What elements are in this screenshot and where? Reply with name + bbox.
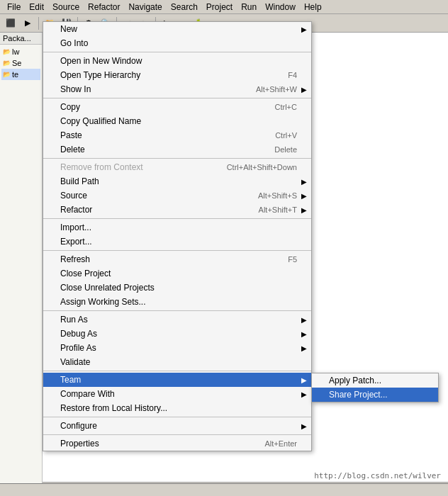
menu-item-shortcut: Delete bbox=[260, 145, 297, 154]
menu-item-label: Run As bbox=[60, 315, 88, 325]
menu-item-profile-as[interactable]: Profile As▶ bbox=[43, 341, 311, 355]
menu-item-run-as[interactable]: Run As▶ bbox=[43, 312, 311, 327]
toolbar-btn-1[interactable]: ⬛ bbox=[3, 16, 18, 31]
menu-item-paste[interactable]: PasteCtrl+V bbox=[43, 128, 311, 142]
menu-item-show-in[interactable]: Show InAlt+Shift+W▶ bbox=[43, 82, 311, 96]
submenu-item-share-project[interactable]: Share Project... bbox=[312, 388, 438, 402]
menu-item-assign-working-sets[interactable]: Assign Working Sets... bbox=[43, 295, 311, 309]
submenu-arrow-icon: ▶ bbox=[301, 390, 307, 398]
team-submenu: Apply Patch...Share Project... bbox=[311, 373, 439, 402]
menu-project[interactable]: Project bbox=[202, 1, 237, 13]
menu-item-close-unrelated-projects[interactable]: Close Unrelated Projects bbox=[43, 281, 311, 295]
menu-item-label: Configure bbox=[60, 421, 97, 431]
menu-item-label: Open Type Hierarchy bbox=[60, 70, 140, 80]
menu-item-label: Build Path bbox=[60, 176, 99, 186]
menu-item-restore-from-local-history[interactable]: Restore from Local History... bbox=[43, 401, 311, 415]
menu-item-label: Source bbox=[60, 191, 87, 201]
menu-item-label: Open in New Window bbox=[60, 56, 142, 66]
submenu-arrow-icon: ▶ bbox=[301, 206, 307, 214]
menu-item-build-path[interactable]: Build Path▶ bbox=[43, 174, 311, 188]
menu-item-new[interactable]: New▶ bbox=[43, 22, 311, 36]
folder-icon-se: 📂 bbox=[1, 58, 11, 68]
menu-item-label: Validate bbox=[60, 357, 90, 367]
menu-help[interactable]: Help bbox=[300, 1, 326, 13]
menu-window[interactable]: Window bbox=[261, 1, 300, 13]
menu-item-team[interactable]: Team▶Apply Patch...Share Project... bbox=[43, 373, 311, 387]
submenu-item-apply-patch[interactable]: Apply Patch... bbox=[312, 373, 438, 388]
menu-item-label: Close Unrelated Projects bbox=[60, 283, 155, 293]
menu-item-validate[interactable]: Validate bbox=[43, 355, 311, 369]
menu-item-close-project[interactable]: Close Project bbox=[43, 266, 311, 281]
menu-file[interactable]: File bbox=[3, 1, 25, 13]
submenu-arrow-icon: ▶ bbox=[301, 344, 307, 352]
menu-edit[interactable]: Edit bbox=[25, 1, 48, 13]
submenu-arrow-icon: ▶ bbox=[301, 422, 307, 430]
menu-item-label: Go Into bbox=[60, 38, 88, 48]
submenu-arrow-icon: ▶ bbox=[301, 376, 307, 384]
menu-item-shortcut: Ctrl+V bbox=[261, 131, 297, 140]
toolbar-btn-2[interactable]: ▶ bbox=[20, 16, 35, 31]
menu-item-delete[interactable]: DeleteDelete bbox=[43, 142, 311, 157]
menu-item-label: Close Project bbox=[60, 269, 111, 278]
sidebar: Packa... 📂 lw 📂 Se 📂 te bbox=[0, 33, 43, 496]
menu-item-label: Debug As bbox=[60, 329, 97, 339]
menu-item-open-in-new-window[interactable]: Open in New Window bbox=[43, 54, 311, 68]
menu-item-label: Profile As bbox=[60, 343, 96, 353]
menu-item-label: Restore from Local History... bbox=[60, 403, 167, 413]
package-explorer-label: Packa... bbox=[0, 33, 42, 45]
menu-item-compare-with[interactable]: Compare With▶ bbox=[43, 387, 311, 401]
folder-icon-lw: 📂 bbox=[1, 47, 11, 57]
menu-separator-6 bbox=[43, 98, 311, 98]
menu-item-go-into[interactable]: Go Into bbox=[43, 36, 311, 50]
menu-separator-33 bbox=[43, 417, 311, 417]
menu-item-copy-qualified-name[interactable]: Copy Qualified Name bbox=[43, 114, 311, 128]
submenu-arrow-icon: ▶ bbox=[301, 316, 307, 324]
menu-item-label: Refactor bbox=[60, 205, 92, 215]
menu-item-open-type-hierarchy[interactable]: Open Type HierarchyF4 bbox=[43, 68, 311, 82]
tree-item-te[interactable]: 📂 te bbox=[1, 69, 40, 80]
menu-item-shortcut: F4 bbox=[274, 71, 297, 79]
tree-item-se[interactable]: 📂 Se bbox=[1, 57, 40, 69]
menu-item-import[interactable]: Import... bbox=[43, 220, 311, 235]
menu-item-label: New bbox=[60, 24, 77, 34]
menu-item-refactor[interactable]: RefactorAlt+Shift+T▶ bbox=[43, 203, 311, 217]
menu-item-shortcut: Alt+Shift+W bbox=[242, 85, 297, 94]
menu-separator-16 bbox=[43, 218, 311, 219]
menu-item-properties[interactable]: PropertiesAlt+Enter bbox=[43, 436, 311, 451]
menu-item-copy[interactable]: CopyCtrl+C bbox=[43, 100, 311, 114]
menu-source[interactable]: Source bbox=[48, 1, 84, 13]
menu-item-configure[interactable]: Configure▶ bbox=[43, 419, 311, 433]
submenu-arrow-icon: ▶ bbox=[301, 26, 307, 33]
url-watermark: http://blog.csdn.net/wilver bbox=[314, 471, 441, 480]
menu-item-label: Copy bbox=[60, 102, 80, 112]
menu-run[interactable]: Run bbox=[237, 1, 261, 13]
menu-item-export[interactable]: Export... bbox=[43, 235, 311, 249]
submenu-arrow-icon: ▶ bbox=[301, 192, 307, 200]
menu-item-debug-as[interactable]: Debug As▶ bbox=[43, 327, 311, 341]
folder-icon-te: 📂 bbox=[1, 69, 11, 79]
submenu-arrow-icon: ▶ bbox=[301, 178, 307, 186]
menu-item-remove-from-context: Remove from ContextCtrl+Alt+Shift+Down bbox=[43, 160, 311, 174]
menu-item-label: Compare With bbox=[60, 389, 115, 399]
toolbar-separator-1 bbox=[38, 17, 39, 30]
menu-item-shortcut: Ctrl+Alt+Shift+Down bbox=[213, 163, 297, 171]
menu-refactor[interactable]: Refactor bbox=[84, 1, 124, 13]
menu-navigate[interactable]: Navigate bbox=[124, 1, 166, 13]
menu-separator-24 bbox=[43, 310, 311, 311]
menu-search[interactable]: Search bbox=[167, 1, 202, 13]
menu-separator-2 bbox=[43, 52, 311, 52]
menu-bar: File Edit Source Refactor Navigate Searc… bbox=[0, 0, 448, 14]
menu-item-shortcut: F5 bbox=[274, 255, 297, 264]
tree-item-lw[interactable]: 📂 lw bbox=[1, 46, 40, 57]
menu-item-label: Delete bbox=[60, 145, 85, 154]
menu-item-shortcut: Alt+Enter bbox=[250, 439, 297, 448]
menu-item-label: Refresh bbox=[60, 254, 90, 264]
menu-item-label: Team bbox=[60, 375, 81, 385]
menu-item-label: Remove from Context bbox=[60, 162, 143, 172]
menu-item-label: Paste bbox=[60, 130, 82, 140]
menu-item-source[interactable]: SourceAlt+Shift+S▶ bbox=[43, 188, 311, 203]
menu-item-refresh[interactable]: RefreshF5 bbox=[43, 252, 311, 266]
menu-separator-19 bbox=[43, 250, 311, 251]
menu-item-shortcut: Alt+Shift+T bbox=[245, 205, 297, 214]
status-bar bbox=[0, 483, 448, 496]
